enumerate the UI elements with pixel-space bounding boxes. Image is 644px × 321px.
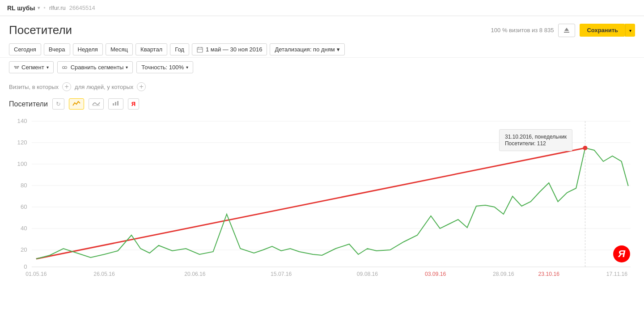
svg-point-35 bbox=[583, 146, 587, 150]
chart-yandex-button[interactable]: Я bbox=[128, 98, 139, 110]
svg-rect-0 bbox=[564, 32, 569, 33]
filter-month[interactable]: Месяц bbox=[106, 43, 133, 55]
svg-text:120: 120 bbox=[17, 139, 27, 146]
segment-icon bbox=[14, 65, 19, 70]
svg-point-8 bbox=[15, 67, 17, 68]
accuracy-button[interactable]: Точность: 100% ▾ bbox=[136, 61, 193, 73]
svg-rect-13 bbox=[113, 103, 114, 106]
svg-text:01.05.16: 01.05.16 bbox=[25, 271, 47, 277]
svg-marker-1 bbox=[564, 28, 569, 31]
svg-rect-15 bbox=[117, 101, 119, 106]
svg-text:0: 0 bbox=[24, 263, 27, 270]
svg-text:60: 60 bbox=[21, 203, 27, 210]
svg-text:28.09.16: 28.09.16 bbox=[493, 271, 514, 277]
svg-point-6 bbox=[14, 66, 16, 67]
page-title: Посетители bbox=[9, 23, 72, 37]
chart-bar-button[interactable] bbox=[108, 98, 123, 110]
chart-section: Посетители ↻ Я bbox=[0, 95, 644, 278]
add-visit-condition-button[interactable]: + bbox=[62, 82, 71, 91]
visits-in-label: Визиты, в которых bbox=[9, 84, 59, 90]
svg-text:20: 20 bbox=[21, 246, 27, 253]
chart-smooth-button[interactable] bbox=[89, 98, 104, 110]
save-dropdown-arrow: ▾ bbox=[629, 28, 631, 33]
yandex-icon: Я bbox=[131, 101, 136, 107]
segment-arrow: ▾ bbox=[47, 65, 49, 70]
svg-point-11 bbox=[64, 66, 67, 68]
svg-text:23.10.16: 23.10.16 bbox=[538, 271, 560, 277]
svg-text:140: 140 bbox=[17, 118, 27, 124]
svg-rect-2 bbox=[197, 47, 203, 52]
filter-year[interactable]: Год bbox=[170, 43, 189, 55]
header-actions: 100 % визитов из 8 835 Сохранить ▾ bbox=[491, 24, 635, 37]
chart-container: 140 120 100 80 60 40 20 0 01.05.16 26.05… bbox=[9, 117, 635, 278]
chart-refresh-button[interactable]: ↻ bbox=[52, 98, 64, 110]
site-id: 26645514 bbox=[69, 4, 95, 11]
segment-button[interactable]: Сегмент ▾ bbox=[9, 61, 54, 73]
yandex-logo-svg: Я bbox=[613, 245, 631, 263]
svg-text:17.11.16: 17.11.16 bbox=[606, 271, 628, 277]
compare-segments-button[interactable]: Сравнить сегменты ▾ bbox=[57, 61, 133, 73]
save-dropdown-button[interactable]: ▾ bbox=[625, 24, 635, 37]
svg-text:03.09.16: 03.09.16 bbox=[425, 271, 446, 277]
refresh-icon: ↻ bbox=[56, 101, 61, 107]
svg-point-10 bbox=[62, 66, 64, 68]
export-button[interactable] bbox=[558, 24, 575, 37]
svg-text:20.06.16: 20.06.16 bbox=[184, 271, 206, 277]
svg-text:80: 80 bbox=[21, 182, 27, 189]
chart-svg: 140 120 100 80 60 40 20 0 01.05.16 26.05… bbox=[9, 117, 635, 278]
line-chart-icon bbox=[72, 101, 80, 106]
site-url: rlfur.ru bbox=[49, 4, 66, 11]
compare-icon bbox=[62, 65, 68, 70]
top-bar: RL шубы ▾ • rlfur.ru 26645514 bbox=[0, 0, 644, 16]
export-icon bbox=[563, 27, 570, 34]
compare-arrow: ▾ bbox=[126, 65, 128, 70]
detail-button[interactable]: Детализация: по дням ▾ bbox=[270, 43, 344, 55]
bar-chart-icon bbox=[112, 101, 120, 106]
save-button-group: Сохранить ▾ bbox=[580, 24, 635, 37]
svg-text:Я: Я bbox=[618, 248, 626, 259]
site-dropdown-arrow: ▾ bbox=[38, 5, 40, 10]
svg-point-9 bbox=[17, 67, 18, 68]
segment-row: Сегмент ▾ Сравнить сегменты ▾ Точность: … bbox=[0, 58, 644, 77]
svg-text:40: 40 bbox=[21, 225, 27, 232]
site-name-text: RL шубы bbox=[7, 4, 35, 12]
chart-line-button[interactable] bbox=[69, 98, 84, 110]
filters-row: Сегодня Вчера Неделя Месяц Квартал Год 1… bbox=[0, 42, 644, 58]
svg-point-7 bbox=[18, 66, 19, 67]
add-people-condition-button[interactable]: + bbox=[137, 82, 146, 91]
compare-label: Сравнить сегменты bbox=[71, 64, 124, 71]
calendar-icon bbox=[197, 46, 203, 53]
save-button[interactable]: Сохранить bbox=[580, 24, 625, 37]
date-range-text: 1 май — 30 ноя 2016 bbox=[206, 46, 263, 53]
segment-label: Сегмент bbox=[21, 64, 44, 71]
chart-header: Посетители ↻ Я bbox=[9, 95, 635, 113]
filter-today[interactable]: Сегодня bbox=[9, 43, 41, 55]
accuracy-label: Точность: 100% bbox=[141, 64, 184, 71]
for-people-label: для людей, у которых bbox=[75, 84, 133, 90]
condition-row: Визиты, в которых + для людей, у которых… bbox=[0, 77, 644, 95]
filter-quarter[interactable]: Квартал bbox=[136, 43, 167, 55]
site-name-label[interactable]: RL шубы ▾ bbox=[7, 4, 40, 12]
filter-yesterday[interactable]: Вчера bbox=[44, 43, 70, 55]
filter-week[interactable]: Неделя bbox=[73, 43, 103, 55]
page-header: Посетители 100 % визитов из 8 835 Сохран… bbox=[0, 16, 644, 42]
chart-title: Посетители bbox=[9, 100, 48, 108]
svg-text:26.05.16: 26.05.16 bbox=[93, 271, 115, 277]
detail-label: Детализация: по дням bbox=[275, 46, 335, 53]
detail-arrow: ▾ bbox=[337, 46, 340, 53]
svg-rect-14 bbox=[115, 102, 116, 106]
svg-text:09.08.16: 09.08.16 bbox=[357, 271, 378, 277]
visits-info: 100 % визитов из 8 835 bbox=[491, 27, 554, 34]
smooth-chart-icon bbox=[92, 101, 100, 106]
accuracy-arrow: ▾ bbox=[186, 65, 188, 70]
top-bar-separator: • bbox=[43, 4, 46, 11]
svg-text:100: 100 bbox=[17, 160, 27, 167]
date-range-button[interactable]: 1 май — 30 ноя 2016 bbox=[192, 43, 267, 55]
svg-text:15.07.16: 15.07.16 bbox=[271, 271, 292, 277]
yandex-logo: Я bbox=[613, 245, 631, 264]
